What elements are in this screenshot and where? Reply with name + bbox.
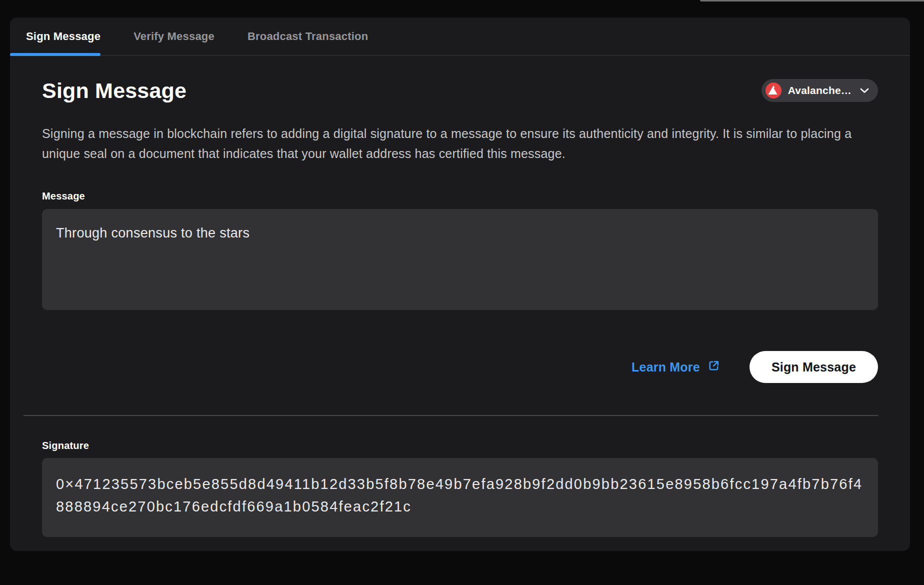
panel-content: Sign Message Avalanche… Signing a m (10, 78, 910, 537)
header-row: Sign Message Avalanche… (42, 78, 878, 102)
message-label: Message (42, 190, 878, 202)
chevron-down-icon (860, 88, 869, 94)
tab-broadcast-transaction[interactable]: Broadcast Transaction (248, 18, 368, 55)
sign-message-button[interactable]: Sign Message (750, 351, 878, 383)
top-edge-artifact (700, 0, 924, 2)
sign-message-panel: Sign Message Verify Message Broadcast Tr… (10, 18, 910, 551)
tab-verify-message[interactable]: Verify Message (134, 18, 214, 55)
learn-more-label: Learn More (632, 360, 700, 374)
page-title: Sign Message (42, 78, 186, 103)
tab-label: Verify Message (134, 30, 214, 43)
tab-label: Broadcast Transaction (248, 30, 368, 43)
active-tab-indicator (10, 53, 100, 56)
signature-value: 0×471235573bceb5e855d8d49411b12d33b5f8b7… (56, 476, 862, 514)
external-link-icon (707, 359, 720, 376)
actions-row: Learn More Sign Message (42, 351, 878, 383)
signature-output[interactable]: 0×471235573bceb5e855d8d49411b12d33b5f8b7… (42, 458, 878, 537)
description-text: Signing a message in blockchain refers t… (42, 124, 862, 164)
tab-sign-message[interactable]: Sign Message (10, 18, 100, 55)
network-selector[interactable]: Avalanche… (762, 79, 878, 102)
network-selector-label: Avalanche… (788, 84, 852, 96)
signature-label: Signature (42, 440, 878, 452)
tab-label: Sign Message (26, 30, 100, 43)
learn-more-link[interactable]: Learn More (632, 359, 720, 376)
tab-bar: Sign Message Verify Message Broadcast Tr… (10, 18, 910, 56)
avalanche-logo-icon (766, 82, 782, 98)
section-divider (24, 415, 878, 416)
message-input[interactable]: Through consensus to the stars (42, 209, 878, 310)
